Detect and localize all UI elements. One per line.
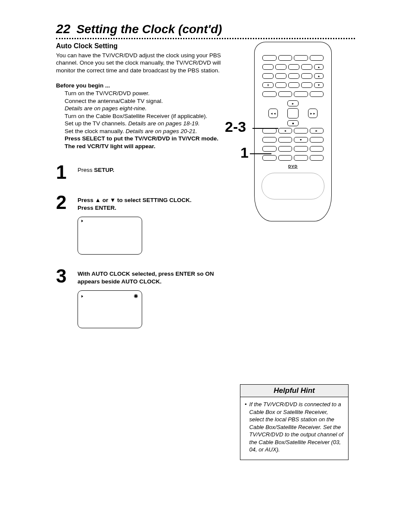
manual-page: 22 Setting the Clock (cont'd) Auto Clock…: [0, 0, 411, 358]
step-number: 1: [56, 163, 78, 181]
hint-body: • If the TV/VCR/DVD is connected to a Ca…: [240, 397, 348, 460]
remote-lower-pad: [262, 173, 324, 199]
right-icon: ►: [310, 128, 324, 134]
remote-illustration-wrap: 2-3 1 ▲ ▲ ⏸▼ ► ■ ◄◄ ►►: [237, 42, 355, 221]
step-2: 2 Press ▲ or ▼ to select SETTING CLOCK. …: [56, 193, 228, 255]
hint-title: Helpful Hint: [240, 385, 348, 397]
right-column: 2-3 1 ▲ ▲ ⏸▼ ► ■ ◄◄ ►►: [237, 42, 355, 340]
step-body: Press SETUP.: [78, 163, 114, 174]
remote-outline: ▲ ▲ ⏸▼ ► ■ ◄◄ ►► ◄► ▼ DVD: [254, 42, 332, 221]
up-icon: ▲: [314, 73, 324, 79]
page-title: Setting the Clock (cont'd): [76, 22, 222, 36]
down-arrow-icon: ▼: [294, 137, 308, 143]
before-line: Turn on the Cable Box/Satellite Receiver…: [65, 112, 228, 120]
callout-1: 1: [240, 144, 249, 161]
page-number: 22: [56, 22, 70, 36]
before-heading: Before you begin ...: [56, 82, 228, 90]
play-up-icon: ►: [287, 100, 299, 106]
section-heading: Auto Clock Setting: [56, 42, 228, 51]
bullet-icon: •: [245, 401, 247, 454]
hint-text: If the TV/VCR/DVD is connected to a Cabl…: [249, 401, 344, 454]
callout-line: [250, 153, 271, 154]
before-line: Set up the TV channels. Details are on p…: [65, 120, 228, 128]
eject-icon: ▲: [314, 64, 324, 70]
step-body: Press ▲ or ▼ to select SETTING CLOCK. Pr…: [78, 193, 192, 255]
left-column: Auto Clock Setting You can have the TV/V…: [56, 42, 228, 340]
step-3: 3 With AUTO CLOCK selected, press ENTER …: [56, 267, 228, 328]
busy-icon: ✺: [134, 293, 138, 299]
before-line: Connect the antenna/Cable TV signal.: [65, 97, 228, 105]
forward-icon: ►►: [308, 109, 318, 118]
dvd-logo: DVD: [262, 164, 324, 168]
steps-list: 1 Press SETUP. 2 Press ▲ or ▼ t: [56, 163, 228, 328]
page-title-row: 22 Setting the Clock (cont'd): [56, 22, 355, 36]
before-list: Turn on the TV/VCR/DVD power. Connect th…: [65, 90, 228, 150]
screen-illustration: [78, 217, 142, 255]
cursor-icon: [81, 295, 83, 298]
cursor-icon: [81, 220, 83, 222]
before-line: Set the clock manually. Details are on p…: [65, 128, 228, 135]
up-arrow-icon: ▲: [95, 197, 101, 203]
pause-icon: ⏸: [262, 82, 274, 88]
helpful-hint-box: Helpful Hint • If the TV/VCR/DVD is conn…: [240, 384, 349, 460]
step-1: 1 Press SETUP.: [56, 163, 228, 181]
callout-2-3: 2-3: [225, 118, 246, 135]
before-line-bold: Press SELECT to put the TV/VCR/DVD in TV…: [65, 135, 228, 150]
step-number: 3: [56, 267, 78, 285]
dpad: ► ■ ◄◄ ►►: [262, 100, 324, 126]
title-divider: [56, 38, 355, 39]
content-columns: Auto Clock Setting You can have the TV/V…: [56, 42, 355, 340]
callout-line: [252, 128, 278, 129]
left-icon: ◄: [278, 128, 293, 134]
before-line: Turn on the TV/VCR/DVD power.: [65, 90, 228, 97]
step-number: 2: [56, 193, 78, 211]
dpad-center: [287, 108, 299, 118]
stop-icon: ■: [287, 120, 299, 126]
step-body: With AUTO CLOCK selected, press ENTER so…: [78, 267, 228, 328]
down-icon: ▼: [314, 82, 324, 88]
screen-illustration: ✺: [78, 290, 142, 328]
before-line-ital: Details are on pages eight-nine.: [65, 105, 228, 112]
section-intro: You can have the TV/VCR/DVD adjust the c…: [56, 52, 228, 75]
down-arrow-icon: ▼: [110, 197, 115, 203]
rewind-icon: ◄◄: [268, 109, 278, 118]
